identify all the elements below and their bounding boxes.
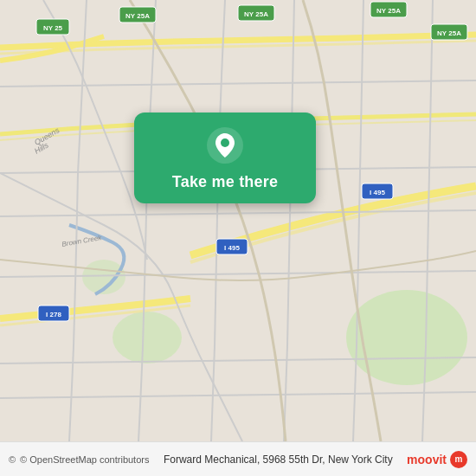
take-me-there-button[interactable]: Take me there [172, 173, 278, 191]
location-card[interactable]: Take me there [134, 113, 316, 203]
map-svg: NY 25 NY 25A NY 25A NY 25A NY 25A I 495 … [0, 0, 476, 441]
svg-text:I 278: I 278 [46, 311, 61, 318]
footer-title: Forward Mechanical, 5968 55th Dr, New Yo… [149, 453, 407, 466]
svg-text:I 495: I 495 [370, 189, 385, 196]
moovit-brand-text: moovit [407, 453, 447, 466]
moovit-logo: moovit m [407, 451, 467, 468]
osm-attribution: © OpenStreetMap contributors [20, 454, 149, 465]
svg-text:NY 25A: NY 25A [437, 29, 461, 37]
location-pin-icon [206, 126, 244, 164]
svg-point-1 [346, 290, 467, 385]
map-container[interactable]: NY 25 NY 25A NY 25A NY 25A NY 25A I 495 … [0, 0, 476, 441]
svg-text:NY 25A: NY 25A [244, 10, 268, 18]
footer-copyright: © © OpenStreetMap contributors [9, 454, 149, 465]
svg-text:I 495: I 495 [224, 244, 240, 252]
svg-text:NY 25: NY 25 [43, 24, 63, 32]
svg-point-2 [113, 312, 182, 363]
footer: © © OpenStreetMap contributors Forward M… [0, 441, 476, 476]
svg-text:NY 25A: NY 25A [125, 12, 150, 20]
svg-point-24 [221, 138, 229, 147]
moovit-brand-icon: m [450, 451, 467, 468]
copyright-icon: © [9, 454, 16, 465]
svg-text:NY 25A: NY 25A [376, 7, 401, 15]
